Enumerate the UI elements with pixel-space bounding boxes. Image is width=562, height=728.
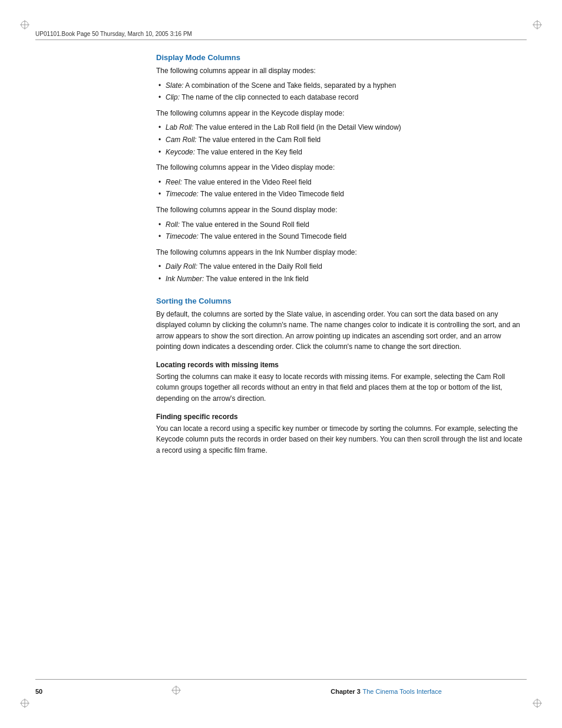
sub2-body: You can locate a record using a specific… <box>156 423 527 456</box>
bullets-all: Slate: A combination of the Scene and Ta… <box>156 80 527 103</box>
main-content: Display Mode Columns The following colum… <box>156 53 527 669</box>
list-item: Ink Number: The value entered in the Ink… <box>156 274 527 285</box>
bullets-keycode: Lab Roll: The value entered in the Lab R… <box>156 122 527 157</box>
bullets-ink: Daily Roll: The value entered in the Dai… <box>156 261 527 284</box>
list-item: Lab Roll: The value entered in the Lab R… <box>156 122 527 133</box>
footer-chapter: Chapter 3 The Cinema Tools Interface <box>281 687 491 696</box>
corner-mark-bl <box>19 697 31 709</box>
page-number: 50 <box>35 688 71 695</box>
corner-mark-br <box>531 697 543 709</box>
list-item: Slate: A combination of the Scene and Ta… <box>156 80 527 91</box>
list-item: Reel: The value entered in the Video Ree… <box>156 177 527 188</box>
corner-mark-tr <box>531 19 543 31</box>
list-item: Roll: The value entered in the Sound Rol… <box>156 219 527 230</box>
corner-mark-tl <box>19 19 31 31</box>
sub1-body: Sorting the columns can make it easy to … <box>156 371 527 404</box>
section1-intro5: The following columns appears in the Ink… <box>156 247 527 258</box>
section2-body: By default, the columns are sorted by th… <box>156 309 527 353</box>
list-item: Daily Roll: The value entered in the Dai… <box>156 261 527 272</box>
page: UP01101.Book Page 50 Thursday, March 10,… <box>0 0 562 728</box>
footer-crosshair-icon <box>170 684 182 699</box>
footer-center <box>71 684 281 699</box>
list-item: Cam Roll: The value entered in the Cam R… <box>156 134 527 146</box>
section1-intro2: The following columns appear in the Keyc… <box>156 108 527 119</box>
list-item: Timecode: The value entered in the Sound… <box>156 231 527 242</box>
sub1-heading: Locating records with missing items <box>156 361 527 369</box>
header-bar: UP01101.Book Page 50 Thursday, March 10,… <box>35 31 527 40</box>
section1-intro3: The following columns appear in the Vide… <box>156 162 527 173</box>
header-text: UP01101.Book Page 50 Thursday, March 10,… <box>35 31 192 37</box>
section1-heading: Display Mode Columns <box>156 53 527 62</box>
section2-heading: Sorting the Columns <box>156 297 527 305</box>
bullets-sound: Roll: The value entered in the Sound Rol… <box>156 219 527 242</box>
list-item: Clip: The name of the clip connected to … <box>156 92 527 103</box>
section1-intro1: The following columns appear in all disp… <box>156 65 527 77</box>
list-item: Timecode: The value entered in the Video… <box>156 189 527 200</box>
footer: 50 Chapter 3 The Cinema Tools Interface <box>35 679 527 699</box>
section1-intro4: The following columns appear in the Soun… <box>156 205 527 216</box>
chapter-title: The Cinema Tools Interface <box>362 688 441 695</box>
bullets-video: Reel: The value entered in the Video Ree… <box>156 177 527 200</box>
sub2-heading: Finding specific records <box>156 413 527 421</box>
list-item: Keycode: The value entered in the Key fi… <box>156 147 527 158</box>
chapter-label: Chapter 3 <box>330 688 361 695</box>
